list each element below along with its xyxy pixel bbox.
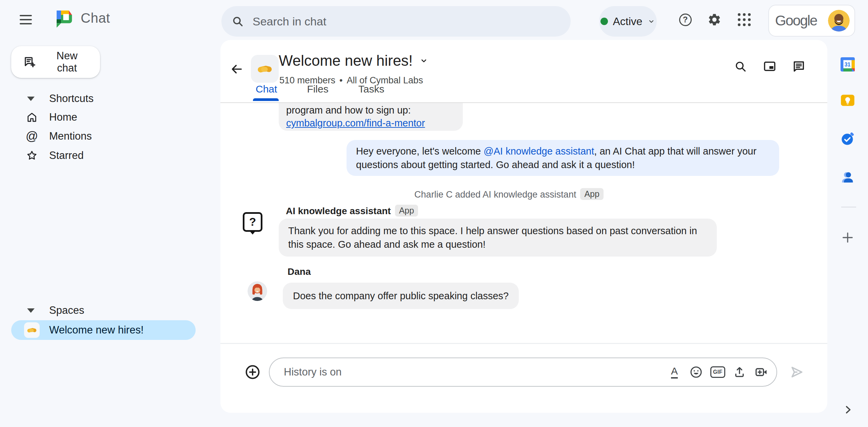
chevron-down-icon (419, 56, 429, 66)
gif-icon: GIF (710, 366, 725, 378)
caret-down-icon (27, 308, 35, 313)
tab-files[interactable]: Files (304, 80, 331, 98)
home-icon (21, 111, 43, 123)
emoji-button[interactable] (689, 365, 703, 379)
message-text: Thank you for adding me to this space. I… (288, 225, 697, 250)
app-badge: App (395, 205, 418, 217)
help-button[interactable]: ? (676, 10, 695, 29)
section-label: Shortcuts (49, 93, 94, 105)
sidebar-item-label: Starred (49, 149, 84, 162)
apps-grid-icon (738, 13, 751, 26)
mentor-link[interactable]: cymbalgroup.com/find-a-mentor (286, 118, 425, 128)
video-meet-button[interactable] (754, 365, 768, 379)
tab-chat[interactable]: Chat (253, 80, 280, 98)
user-avatar (828, 10, 850, 32)
upload-button[interactable] (732, 365, 747, 379)
back-arrow-icon (230, 62, 243, 76)
calendar-icon: 31 (841, 57, 855, 72)
new-chat-label: New chat (45, 50, 88, 74)
section-shortcuts[interactable]: Shortcuts (0, 89, 220, 108)
account-chip[interactable]: Google (768, 5, 855, 37)
sender-name: AI knowledge assistant (286, 206, 391, 216)
chevron-right-icon (842, 404, 854, 415)
message-input[interactable]: History is on A GIF (269, 358, 777, 387)
message-bubble-outgoing: Hey everyone, let's welcome @AI knowledg… (347, 140, 779, 176)
sender-row: Dana (288, 266, 311, 277)
tasks-icon (840, 131, 855, 146)
main-menu-button[interactable] (16, 10, 35, 29)
hamburger-icon (20, 15, 32, 16)
collapse-panel-button[interactable] (842, 404, 854, 416)
message-input-placeholder: History is on (284, 366, 342, 378)
rail-divider (841, 207, 856, 207)
status-selector[interactable]: Active (599, 6, 657, 37)
search-icon (232, 15, 244, 27)
new-chat-icon (23, 55, 37, 69)
gear-icon (707, 13, 722, 27)
tab-tasks[interactable]: Tasks (356, 80, 387, 98)
tasks-app-button[interactable] (837, 129, 858, 149)
at-icon: @ (21, 129, 43, 143)
sidebar-item-space-welcome-new-hires[interactable]: Welcome new hires! (11, 320, 196, 340)
message-text: Hey everyone, let's welcome (356, 146, 484, 157)
apps-grid-button[interactable] (735, 10, 754, 29)
active-tab-indicator (253, 98, 279, 101)
attach-plus-button[interactable] (244, 363, 261, 381)
search-placeholder: Search in chat (253, 15, 326, 28)
keep-app-button[interactable] (837, 90, 858, 110)
system-message: Charlie C added AI knowledge assistant (414, 189, 576, 200)
gif-button[interactable]: GIF (711, 365, 725, 379)
question-mark-icon: ? (249, 216, 256, 228)
section-spaces[interactable]: Spaces (0, 301, 220, 320)
app-badge: App (580, 188, 603, 200)
help-icon: ? (679, 14, 692, 26)
search-in-conversation-button[interactable] (731, 57, 750, 76)
mention-link[interactable]: @AI knowledge assistant (484, 146, 594, 157)
status-dot (600, 18, 608, 25)
upload-icon (733, 365, 746, 379)
send-button[interactable] (787, 363, 806, 382)
google-chat-window: Chat Search in chat Active ? (0, 0, 868, 427)
space-avatar (251, 55, 279, 83)
emoji-icon (689, 365, 703, 379)
workspace-side-rail: 31 (827, 39, 868, 427)
settings-button[interactable] (705, 10, 724, 29)
sidebar-item-mentions[interactable]: @ Mentions (0, 126, 220, 146)
sender-row: AI knowledge assistantApp (286, 205, 418, 217)
handshake-icon (24, 322, 40, 338)
send-icon (789, 365, 804, 380)
sidebar-item-label: Home (49, 111, 77, 123)
sidebar-item-starred[interactable]: Starred (0, 146, 220, 165)
new-chat-button[interactable]: New chat (11, 46, 100, 78)
app-name: Chat (81, 11, 110, 26)
sender-name: Dana (288, 266, 311, 277)
calendar-app-button[interactable]: 31 (837, 54, 858, 75)
page-title: Welcome new hires! (279, 52, 413, 69)
contacts-app-button[interactable] (837, 167, 858, 187)
pip-icon (763, 60, 776, 73)
back-button[interactable] (227, 60, 246, 79)
popout-button[interactable] (760, 57, 779, 76)
compose-divider (220, 343, 827, 344)
conversation-panel: Welcome new hires! 510 members • All of … (220, 40, 827, 413)
get-addons-button[interactable] (837, 227, 858, 248)
left-sidebar: New chat Shortcuts Home @ Mentions (0, 39, 220, 427)
sidebar-item-home[interactable]: Home (0, 107, 220, 127)
sidebar-item-label: Mentions (49, 130, 92, 142)
keep-icon (840, 93, 855, 108)
space-title-menu[interactable]: Welcome new hires! (279, 52, 429, 69)
search-input[interactable]: Search in chat (221, 6, 571, 37)
format-text-button[interactable]: A (667, 365, 682, 379)
search-icon (734, 60, 747, 73)
threads-button[interactable] (789, 57, 808, 76)
app-brand: Chat (54, 7, 110, 28)
conversation-tabs: Chat Files Tasks (253, 80, 387, 98)
message-icon (792, 60, 806, 73)
video-plus-icon (754, 365, 768, 379)
chat-logo-icon (54, 7, 75, 28)
section-label: Spaces (49, 304, 84, 317)
contacts-icon (840, 170, 855, 185)
google-logo: Google (775, 13, 817, 29)
message-bubble-continuation: program and how to sign up: cymbalgroup.… (279, 103, 463, 131)
status-label: Active (613, 15, 642, 28)
